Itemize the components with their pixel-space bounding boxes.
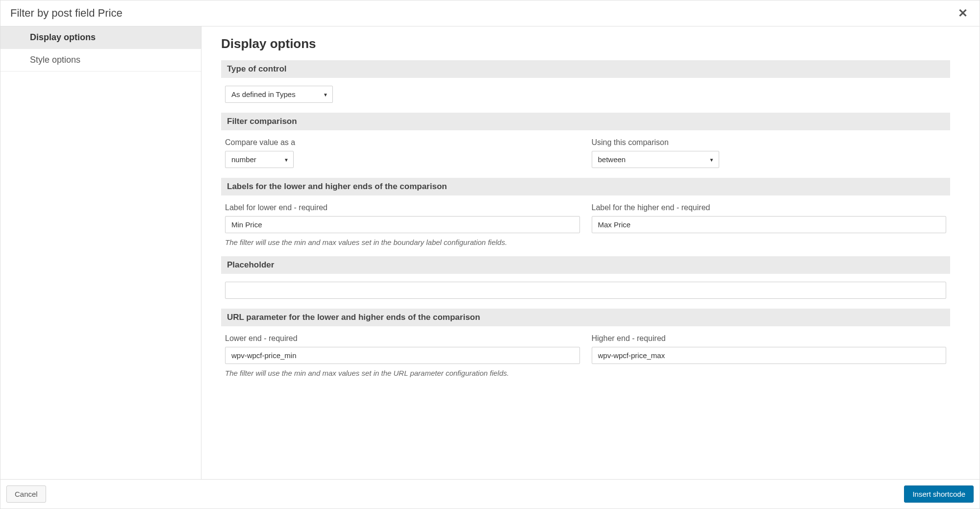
compare-value-label: Compare value as a bbox=[225, 138, 580, 147]
using-comparison-select[interactable]: between bbox=[592, 151, 719, 168]
section-body-url-params: Lower end - required Higher end - requir… bbox=[221, 334, 950, 387]
label-lower-end-label: Label for lower end - required bbox=[225, 203, 580, 212]
url-higher-end-input[interactable] bbox=[592, 347, 947, 364]
modal-footer: Cancel Insert shortcode bbox=[0, 479, 980, 509]
cancel-button[interactable]: Cancel bbox=[6, 485, 46, 503]
sidebar-item-label: Style options bbox=[30, 55, 80, 65]
using-comparison-label: Using this comparison bbox=[592, 138, 947, 147]
url-higher-end-label: Higher end - required bbox=[592, 334, 947, 343]
compare-value-select[interactable]: number bbox=[225, 151, 294, 168]
url-lower-end-input[interactable] bbox=[225, 347, 580, 364]
label-higher-end-input[interactable] bbox=[592, 216, 947, 233]
section-body-type-of-control: As defined in Types ▼ bbox=[221, 86, 950, 113]
main-title: Display options bbox=[221, 36, 950, 51]
sidebar-item-display-options[interactable]: Display options bbox=[0, 26, 201, 49]
section-body-filter-comparison: Compare value as a number ▼ Using this c… bbox=[221, 138, 950, 178]
type-of-control-select-wrap: As defined in Types ▼ bbox=[225, 86, 333, 103]
sidebar-item-style-options[interactable]: Style options bbox=[0, 49, 201, 72]
insert-shortcode-button[interactable]: Insert shortcode bbox=[904, 485, 974, 503]
section-header-filter-comparison: Filter comparison bbox=[221, 113, 950, 130]
section-body-placeholder bbox=[221, 282, 950, 309]
main-panel: Display options Type of control As defin… bbox=[201, 26, 980, 479]
url-params-hint: The filter will use the min and max valu… bbox=[225, 369, 946, 377]
labels-hint: The filter will use the min and max valu… bbox=[225, 238, 946, 246]
close-icon: ✕ bbox=[958, 6, 968, 20]
modal-header: Filter by post field Price ✕ bbox=[0, 0, 980, 26]
url-lower-end-label: Lower end - required bbox=[225, 334, 580, 343]
section-header-labels: Labels for the lower and higher ends of … bbox=[221, 178, 950, 195]
filter-modal: Filter by post field Price ✕ Display opt… bbox=[0, 0, 980, 509]
modal-title: Filter by post field Price bbox=[10, 7, 123, 20]
type-of-control-select[interactable]: As defined in Types bbox=[225, 86, 333, 103]
using-comparison-select-wrap: between ▼ bbox=[592, 151, 719, 168]
section-header-url-params: URL parameter for the lower and higher e… bbox=[221, 309, 950, 326]
sidebar-item-label: Display options bbox=[30, 32, 96, 42]
label-higher-end-label: Label for the higher end - required bbox=[592, 203, 947, 212]
close-button[interactable]: ✕ bbox=[956, 6, 970, 20]
placeholder-input[interactable] bbox=[225, 282, 946, 299]
modal-body: Display options Style options Display op… bbox=[0, 26, 980, 479]
compare-value-select-wrap: number ▼ bbox=[225, 151, 294, 168]
section-body-labels: Label for lower end - required Label for… bbox=[221, 203, 950, 256]
section-header-placeholder: Placeholder bbox=[221, 256, 950, 274]
section-header-type-of-control: Type of control bbox=[221, 60, 950, 78]
label-lower-end-input[interactable] bbox=[225, 216, 580, 233]
sidebar: Display options Style options bbox=[0, 26, 201, 479]
